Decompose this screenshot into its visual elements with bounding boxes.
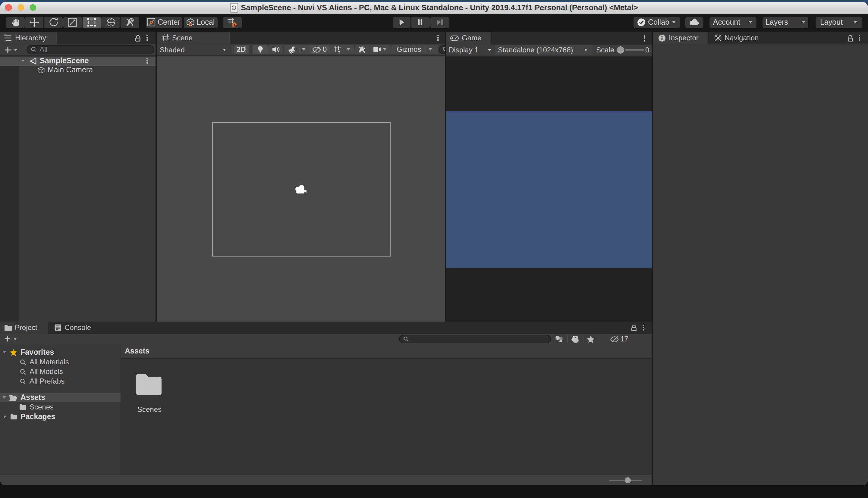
svg-text:Y: Y <box>337 49 341 53</box>
